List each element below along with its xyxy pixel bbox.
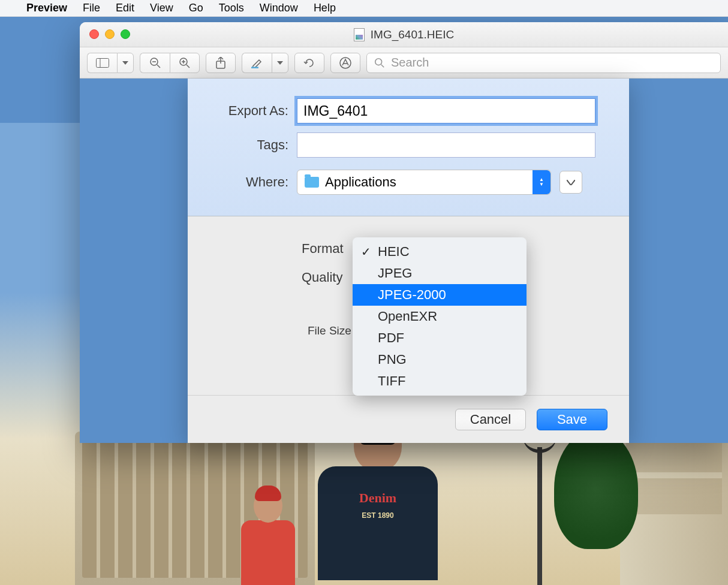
search-icon [374,58,385,68]
export-as-label: Export As: [188,103,297,119]
menu-tools[interactable]: Tools [219,2,244,14]
share-button[interactable] [206,53,236,73]
format-dropdown: HEIC JPEG JPEG-2000 OpenEXR PDF PNG TIFF [353,237,527,396]
menu-view[interactable]: View [150,2,173,14]
format-option-png[interactable]: PNG [353,349,527,370]
menu-edit[interactable]: Edit [116,2,134,14]
menu-file[interactable]: File [83,2,100,14]
svg-point-13 [375,58,382,65]
format-option-openexr[interactable]: OpenEXR [353,306,527,327]
search-placeholder: Search [391,56,429,70]
save-button[interactable]: Save [537,409,607,430]
where-label: Where: [188,174,297,190]
system-menubar: Preview File Edit View Go Tools Window H… [0,0,728,17]
zoom-window-icon[interactable] [121,29,130,39]
menu-help[interactable]: Help [314,2,336,14]
sheet-footer: Cancel Save [188,395,629,443]
svg-line-3 [157,65,160,68]
export-as-input[interactable] [297,98,595,123]
zoom-in-button[interactable] [170,53,200,73]
svg-line-6 [186,65,189,68]
window-title: IMG_6401.HEIC [371,28,454,41]
format-option-jpeg2000[interactable]: JPEG-2000 [353,284,527,306]
svg-line-14 [381,64,384,67]
format-option-tiff[interactable]: TIFF [353,370,527,392]
menu-window[interactable]: Window [260,2,298,14]
folder-icon [305,177,319,188]
tags-label: Tags: [188,137,297,153]
svg-rect-0 [96,58,109,67]
menu-go[interactable]: Go [189,2,203,14]
sidebar-toggle-button[interactable] [87,53,117,73]
app-menu[interactable]: Preview [26,2,67,14]
format-option-jpeg[interactable]: JPEG [353,263,527,284]
highlight-menu-button[interactable] [272,53,288,73]
window-titlebar[interactable]: IMG_6401.HEIC [80,22,728,47]
format-option-heic[interactable]: HEIC [353,241,527,263]
search-input[interactable]: Search [366,53,721,73]
rotate-button[interactable] [294,53,324,73]
format-option-pdf[interactable]: PDF [353,327,527,349]
expand-where-button[interactable] [559,171,582,194]
sidebar-view-menu-button[interactable] [117,53,134,73]
where-value: Applications [325,174,396,190]
document-icon [354,28,365,41]
tags-input[interactable] [297,132,595,158]
highlight-button[interactable] [242,53,272,73]
close-window-icon[interactable] [89,29,99,39]
zoom-out-button[interactable] [140,53,170,73]
minimize-window-icon[interactable] [105,29,115,39]
toolbar: Search [80,47,728,79]
cancel-button[interactable]: Cancel [455,409,526,430]
markup-button[interactable] [330,53,360,73]
stepper-arrows-icon: ▲▼ [533,170,550,194]
where-select[interactable]: Applications ▲▼ [297,170,551,195]
